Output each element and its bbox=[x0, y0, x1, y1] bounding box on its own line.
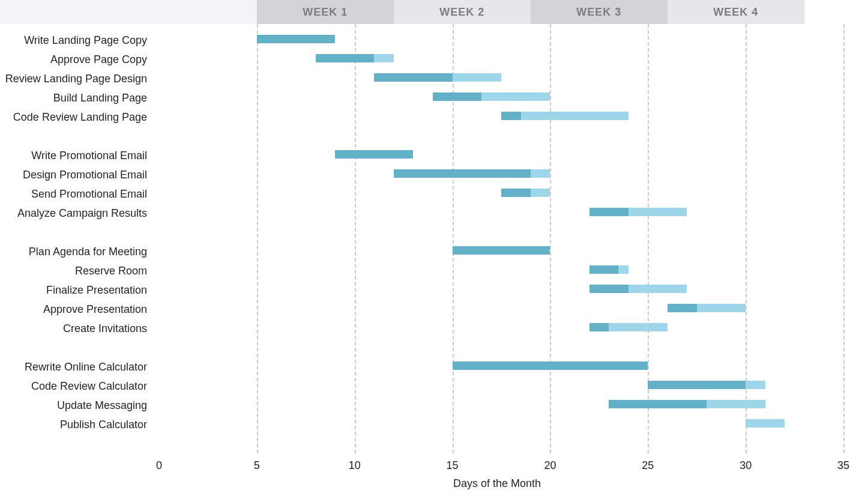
task-bar-secondary bbox=[521, 112, 628, 120]
x-tick: 30 bbox=[740, 459, 752, 472]
x-axis-label: Days of the Month bbox=[453, 477, 541, 490]
week-header: WEEK 3 bbox=[531, 0, 668, 24]
task-row: Rewrite Online Calculator bbox=[159, 361, 843, 372]
task-bar-secondary bbox=[531, 189, 550, 197]
task-bar-secondary bbox=[697, 304, 746, 312]
task-bar-primary bbox=[453, 361, 648, 370]
task-row: Publish Calculator bbox=[159, 419, 843, 430]
task-bar-primary bbox=[589, 208, 628, 216]
task-row: Build Landing Page bbox=[159, 92, 843, 103]
gantt-chart: WEEK 1WEEK 2WEEK 3WEEK 4 Write Landing P… bbox=[0, 0, 868, 502]
task-label: Send Promotional Email bbox=[31, 189, 147, 199]
task-row: Finalize Presentation bbox=[159, 285, 843, 295]
task-bar-secondary bbox=[453, 73, 501, 82]
task-bar-secondary bbox=[707, 400, 765, 408]
task-bar-primary bbox=[501, 112, 521, 120]
x-tick: 0 bbox=[156, 459, 162, 472]
task-bar-primary bbox=[648, 381, 746, 389]
task-bar-secondary bbox=[374, 54, 394, 62]
task-label: Code Review Landing Page bbox=[13, 112, 147, 122]
task-row: Send Promotional Email bbox=[159, 189, 843, 199]
task-row: Code Review Landing Page bbox=[159, 112, 843, 122]
task-row: Design Promotional Email bbox=[159, 169, 843, 180]
task-label: Rewrite Online Calculator bbox=[25, 361, 147, 372]
task-bar-primary bbox=[316, 54, 375, 62]
task-row: Write Promotional Email bbox=[159, 150, 843, 161]
task-row: Analyze Campaign Results bbox=[159, 208, 843, 219]
task-bar-secondary bbox=[531, 169, 550, 178]
x-tick: 15 bbox=[447, 459, 459, 472]
task-row: Write Landing Page Copy bbox=[159, 35, 843, 46]
task-label: Analyze Campaign Results bbox=[17, 208, 147, 219]
task-label: Approve Page Copy bbox=[50, 54, 147, 65]
week-header: WEEK 2 bbox=[394, 0, 531, 24]
task-bar-secondary bbox=[628, 285, 687, 293]
task-bar-primary bbox=[335, 150, 413, 159]
task-bar-primary bbox=[668, 304, 697, 312]
x-tick: 10 bbox=[349, 459, 361, 472]
task-bar-primary bbox=[501, 189, 531, 197]
task-bar-secondary bbox=[746, 419, 785, 428]
task-label: Review Landing Page Design bbox=[5, 73, 147, 84]
week-header-leading bbox=[0, 0, 257, 24]
task-row: Code Review Calculator bbox=[159, 381, 843, 392]
task-label: Code Review Calculator bbox=[31, 381, 147, 392]
task-label: Update Messaging bbox=[57, 400, 147, 411]
x-tick: 35 bbox=[837, 459, 849, 472]
task-label: Write Landing Page Copy bbox=[24, 35, 147, 46]
task-bar-primary bbox=[394, 169, 531, 178]
x-tick: 20 bbox=[544, 459, 556, 472]
task-label: Reserve Room bbox=[75, 265, 147, 276]
task-label: Finalize Presentation bbox=[46, 285, 147, 295]
task-label: Write Promotional Email bbox=[31, 150, 147, 161]
task-bar-primary bbox=[257, 35, 335, 43]
task-label: Design Promotional Email bbox=[23, 169, 147, 180]
task-row: Plan Agenda for Meeting bbox=[159, 246, 843, 257]
task-label: Create Invitations bbox=[63, 323, 147, 334]
task-label: Plan Agenda for Meeting bbox=[29, 246, 147, 257]
task-bar-primary bbox=[453, 246, 550, 255]
task-row: Approve Page Copy bbox=[159, 54, 843, 65]
gridline bbox=[843, 24, 845, 453]
task-bar-primary bbox=[433, 92, 481, 101]
task-label: Approve Presentation bbox=[43, 304, 147, 315]
task-bar-primary bbox=[589, 265, 619, 274]
task-bar-secondary bbox=[481, 92, 550, 101]
task-row: Review Landing Page Design bbox=[159, 73, 843, 84]
task-row: Reserve Room bbox=[159, 265, 843, 276]
plot-area: Write Landing Page CopyApprove Page Copy… bbox=[159, 24, 843, 462]
task-row: Approve Presentation bbox=[159, 304, 843, 315]
week-header: WEEK 1 bbox=[257, 0, 394, 24]
task-bar-secondary bbox=[628, 208, 687, 216]
task-row: Create Invitations bbox=[159, 323, 843, 334]
task-row: Update Messaging bbox=[159, 400, 843, 411]
x-tick: 5 bbox=[254, 459, 260, 472]
task-bar-primary bbox=[589, 285, 628, 293]
task-label: Publish Calculator bbox=[60, 419, 147, 430]
task-bar-secondary bbox=[746, 381, 765, 389]
task-bar-primary bbox=[609, 400, 707, 408]
x-tick: 25 bbox=[642, 459, 654, 472]
task-label: Build Landing Page bbox=[53, 92, 147, 103]
task-bar-secondary bbox=[609, 323, 668, 331]
task-bar-primary bbox=[374, 73, 452, 82]
week-header: WEEK 4 bbox=[668, 0, 804, 24]
task-bar-primary bbox=[589, 323, 609, 331]
task-bar-secondary bbox=[618, 265, 628, 274]
